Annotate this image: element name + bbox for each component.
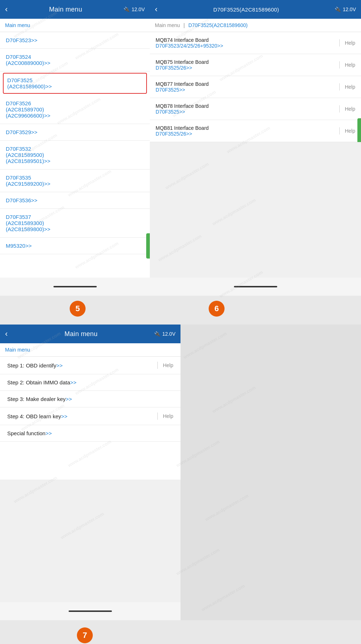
menu-item-m95320-label: M95320>> [6,243,32,249]
left-bottom-bar [0,278,150,296]
menu-item-d70f3536[interactable]: D70F3536>> [0,192,150,209]
right-breadcrumb-main[interactable]: Main menu [155,22,180,28]
help-sep4 [339,105,340,113]
step4-help[interactable]: Help [157,413,173,420]
right-panel: ‹ D70F3525(A2C81589600) 🔌 12.0V Main men… [150,0,361,296]
menu-item-d70f3526-label: D70F3526(A2C81589700)(A2C99606600)>> [6,100,50,119]
right-menu-list: MQB74 Interface BoardD70F3523/24/25/26+9… [150,32,361,142]
right-menu-mqb74[interactable]: MQB74 Interface BoardD70F3523/24/25/26+9… [150,32,361,54]
left-breadcrumb[interactable]: Main menu [0,19,150,32]
mqb74-label: MQB74 Interface BoardD70F3523/24/25/26+9… [156,37,223,49]
menu-item-d70f3523-label: D70F3523>> [6,37,38,43]
mqb74-help-label: Help [345,40,355,46]
menu-item-d70f3536-label: D70F3536>> [6,197,38,203]
left-header: ‹ Main menu 🔌 12.0V [0,0,150,19]
step2-label: Step 2: Obtain IMMO data>> [7,379,77,385]
bottom-step3[interactable]: Step 3: Make dealer key>> [0,391,180,407]
menu-item-d70f3523[interactable]: D70F3523>> [0,32,150,49]
right-header-power: 🔌 12.0V [335,6,356,12]
bottom-step1[interactable]: Step 1: OBD identify>> Help [0,357,180,374]
menu-item-d70f3532[interactable]: D70F3532(A2C81589500)(A2C81589501)>> [0,141,150,169]
menu-item-d70f3537-label: D70F3537(A2C81589300)(A2C81589800)>> [6,214,50,232]
bottom-header: ‹ Main menu 🔌 12.0V [0,325,180,343]
mqb77-help-label: Help [345,84,355,90]
step1-help-label: Help [163,362,173,368]
right-menu-mqb77[interactable]: MQB77 Interface BoardD70F3525>> Help [150,76,361,98]
mqb75-help-label: Help [345,62,355,68]
menu-item-d70f3524[interactable]: D70F3524(A2C00889000)>> [0,49,150,71]
mqb78-help-label: Help [345,106,355,112]
badge-7: 7 [77,627,93,643]
bottom-step2[interactable]: Step 2: Obtain IMMO data>> [0,374,180,391]
help-sep-s1 [157,362,158,369]
right-menu-mqb75[interactable]: MQB75 Interface BoardD70F3525/26>> Help [150,54,361,76]
menu-item-m95320[interactable]: M95320>> [0,238,150,254]
mqb75-help[interactable]: Help [339,61,355,69]
left-menu-list: D70F3523>> D70F3524(A2C00889000)>> D70F3… [0,32,150,278]
step3-label: Step 3: Make dealer key>> [7,396,72,402]
mqb81-help[interactable]: Help [339,127,355,134]
bottom-header-power: 🔌 12.0V [154,331,175,337]
bottom-voltage: 12.0V [162,331,175,337]
breadcrumb-separator: | [183,22,185,28]
left-header-title: Main menu [49,6,82,13]
badge-5: 5 [70,301,86,317]
bottom-special[interactable]: Special function>> [0,425,180,442]
menu-item-d70f3526[interactable]: D70F3526(A2C81589700)(A2C99606600)>> [0,95,150,124]
menu-item-d70f3529[interactable]: D70F3529>> [0,124,150,141]
help-sep5 [339,127,340,134]
badge-6-label: 6 [214,304,219,313]
mqb77-help[interactable]: Help [339,83,355,91]
bottom-bottom-bar [0,602,180,620]
mqb74-help[interactable]: Help [339,39,355,47]
bottom-gray-area [0,480,180,603]
menu-item-d70f3525-label: D70F3525(A2C81589600)>> [7,77,52,89]
step1-label: Step 1: OBD identify>> [7,362,62,369]
left-voltage: 12.0V [131,6,145,12]
badge-6: 6 [209,301,225,317]
mqb78-label: MQB78 Interface BoardD70F3525>> [156,103,209,115]
menu-item-d70f3532-label: D70F3532(A2C81589500)(A2C81589501)>> [6,146,50,164]
menu-item-d70f3535-label: D70F3535(A2C91589200)>> [6,175,50,187]
step1-help[interactable]: Help [157,362,173,369]
special-label: Special function>> [7,430,52,436]
badge-7-label: 7 [83,631,87,640]
mqb75-label: MQB75 Interface BoardD70F3525/26>> [156,59,209,71]
battery-icon-right: 🔌 [335,6,341,12]
help-sep-s4 [157,413,158,420]
menu-item-d70f3535[interactable]: D70F3535(A2C91589200)>> [0,169,150,192]
menu-item-d70f3524-label: D70F3524(A2C00889000)>> [6,54,50,66]
left-bottom-line [53,286,97,287]
right-breadcrumb-current[interactable]: D70F3525(A2C81589600) [188,22,248,28]
right-menu-mqb81[interactable]: MQB81 Interface BoardD70F3525/26>> Help [150,120,361,142]
help-sep3 [339,83,340,91]
battery-icon-bottom: 🔌 [154,331,160,337]
bottom-step4[interactable]: Step 4: OBD learn key>> Help [0,407,180,425]
bottom-left-panel: ‹ Main menu 🔌 12.0V Main menu Step 1: OB… [0,325,180,620]
right-breadcrumb: Main menu | D70F3525(A2C81589600) [150,19,361,32]
left-header-power: 🔌 12.0V [123,6,145,12]
right-header: ‹ D70F3525(A2C81589600) 🔌 12.0V [150,0,361,19]
help-sep2 [339,61,340,69]
left-back-button[interactable]: ‹ [5,5,8,14]
menu-item-d70f3525[interactable]: D70F3525(A2C81589600)>> [3,73,147,94]
mqb78-help[interactable]: Help [339,105,355,113]
mqb81-label: MQB81 Interface BoardD70F3525/26>> [156,125,209,137]
right-voltage: 12.0V [343,6,356,12]
bottom-right-gray [180,325,361,620]
top-section: ‹ Main menu 🔌 12.0V Main menu D70F3523>>… [0,0,361,296]
scroll-handle-right [357,118,361,142]
step4-help-label: Help [163,413,173,419]
right-menu-mqb78[interactable]: MQB78 Interface BoardD70F3525>> Help [150,98,361,120]
right-bottom-gray [150,142,361,278]
bottom-back-button[interactable]: ‹ [5,329,8,339]
bottom-breadcrumb[interactable]: Main menu [0,343,180,357]
menu-item-d70f3537[interactable]: D70F3537(A2C81589300)(A2C81589800)>> [0,209,150,238]
help-sep [339,39,340,47]
battery-icon: 🔌 [123,6,130,12]
left-panel: ‹ Main menu 🔌 12.0V Main menu D70F3523>>… [0,0,150,296]
bottom-menu-list: Step 1: OBD identify>> Help Step 2: Obta… [0,357,180,480]
right-header-title: D70F3525(A2C81589600) [213,6,279,13]
mqb77-label: MQB77 Interface BoardD70F3525>> [156,81,209,93]
right-back-button[interactable]: ‹ [155,5,157,14]
